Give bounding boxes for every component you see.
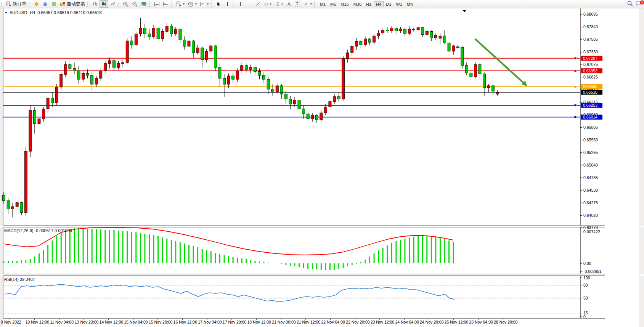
toolbar-grip[interactable]	[1, 2, 3, 7]
candle-body	[443, 36, 446, 43]
time-label: 21 Nov 00:00	[272, 320, 296, 324]
add-indicator-button[interactable]: ▾	[174, 0, 186, 8]
vertical-line-icon	[238, 1, 243, 7]
time-label: 11 Nov 04:00	[50, 320, 74, 324]
price-tick-label: 0.67840	[583, 24, 598, 29]
candle-body	[346, 53, 349, 59]
rsi-tick-label: 0	[583, 314, 586, 319]
candle-body	[3, 195, 5, 200]
notifications-button[interactable]: 1	[636, 0, 642, 8]
signals-button[interactable]	[50, 0, 58, 8]
candle-body	[430, 32, 433, 38]
toolbar-grip[interactable]	[118, 2, 120, 7]
candle-body	[11, 207, 14, 209]
price-tick-label: 0.67330	[583, 50, 598, 54]
candle-body	[311, 115, 314, 119]
panel-splitter[interactable]	[0, 226, 644, 227]
chevron-down-icon[interactable]: ▼	[5, 11, 8, 14]
fibonacci-tool[interactable]: F	[274, 0, 285, 8]
indicator-window-button[interactable]	[153, 0, 161, 8]
price-tick-label: 0.67075	[583, 62, 598, 67]
time-label: 28 Nov 04:00	[469, 320, 493, 324]
periods-button[interactable]: ▾	[186, 0, 198, 8]
toolbar-grip[interactable]	[314, 2, 316, 7]
line-chart-button[interactable]	[108, 0, 117, 8]
arrows-tool[interactable]: ▾	[302, 0, 313, 8]
candle-body	[337, 96, 340, 99]
toolbar-grip[interactable]	[211, 2, 213, 7]
price-tick-label: 0.65550	[583, 138, 598, 142]
timeframe-MN[interactable]: MN	[405, 1, 416, 7]
line-handle-0.67207[interactable]	[574, 57, 577, 59]
candle-body	[377, 33, 380, 36]
candle-body	[188, 41, 190, 46]
indicator-window-alt-button[interactable]	[161, 0, 170, 8]
candle-body	[38, 119, 40, 124]
charts-button[interactable]	[32, 0, 41, 8]
candle-body	[390, 28, 393, 31]
timeframe-M15[interactable]: M15	[338, 1, 351, 7]
time-label: 24 Nov 20:00	[420, 320, 444, 324]
horizontal-line-tool[interactable]	[245, 0, 254, 8]
line-handle-0.66014[interactable]	[574, 116, 577, 118]
timeframe-M30[interactable]: M30	[351, 1, 364, 7]
zoom-in-button[interactable]	[121, 0, 130, 8]
candle-body	[315, 115, 318, 120]
label-tool[interactable]: T	[293, 0, 302, 8]
channel-tool[interactable]: E	[262, 0, 274, 8]
horizontal-line-icon	[246, 1, 252, 7]
macd-tick-label: 0.007422	[583, 229, 600, 234]
candle-body	[324, 107, 327, 113]
price-tick-label: 0.65040	[583, 163, 598, 167]
trendline-icon	[255, 1, 261, 7]
trendline-tool[interactable]	[254, 0, 262, 8]
candle-body	[241, 66, 243, 71]
price-tick-label: 0.68095	[583, 12, 598, 16]
candle-body	[33, 111, 36, 124]
rsi-tick-label: 100	[583, 276, 590, 280]
timeframe-D1[interactable]: D1	[384, 1, 393, 7]
bar-chart-button[interactable]	[91, 0, 100, 8]
price-tag-label: 0.66253	[583, 103, 597, 107]
candle-body	[122, 63, 124, 64]
time-label: 21 Nov 12:00	[297, 320, 321, 324]
tile-windows-button[interactable]	[140, 0, 148, 8]
text-tool[interactable]: A	[285, 0, 293, 8]
auto-trading-button[interactable]: 自动交易	[58, 0, 87, 8]
search-icon[interactable]	[627, 0, 633, 8]
price-tick-label: 0.65295	[583, 150, 598, 155]
crosshair-button[interactable]	[223, 0, 232, 8]
toolbar-grip[interactable]	[171, 2, 173, 7]
clock-icon	[188, 1, 194, 7]
panel-splitter[interactable]	[0, 274, 644, 276]
toolbar-grip[interactable]	[149, 2, 151, 7]
timeframe-H1[interactable]: H1	[364, 1, 374, 7]
candle-body	[249, 67, 252, 69]
line-handle-0.66953[interactable]	[574, 70, 577, 72]
candle-body	[157, 28, 159, 39]
candlestick-chart-button[interactable]	[100, 0, 108, 8]
timeframe-W1[interactable]: W1	[393, 1, 405, 7]
timeframe-M5[interactable]: M5	[328, 1, 338, 7]
dropdown-caret-icon: ▾	[310, 2, 312, 6]
cursor-button[interactable]	[214, 0, 223, 8]
timeframe-H4[interactable]: H4	[374, 1, 384, 7]
candle-body	[355, 41, 358, 46]
candlestick-chart-icon	[101, 1, 107, 7]
toolbar-grip[interactable]	[29, 2, 31, 7]
candle-body	[73, 69, 75, 71]
templates-button[interactable]: ▾	[198, 0, 210, 8]
timeframe-M1[interactable]: M1	[318, 1, 328, 7]
profiles-button[interactable]	[41, 0, 50, 8]
zoom-out-button[interactable]	[130, 0, 140, 8]
toolbar-grip[interactable]	[87, 2, 90, 7]
time-label: 23 Nov 12:00	[371, 320, 395, 324]
line-handle-0.66253[interactable]	[574, 104, 577, 106]
chart-canvas[interactable]: 0.680950.678400.675850.673300.670750.668…	[0, 0, 644, 327]
line-handle-0.66630[interactable]	[574, 86, 577, 88]
toolbar-grip[interactable]	[233, 2, 235, 7]
price-tag-label: 0.66014	[583, 115, 597, 119]
new-order-button[interactable]: 新订单	[4, 0, 28, 8]
vertical-line-tool[interactable]	[236, 0, 245, 8]
price-tag-label: 0.66518	[583, 90, 597, 95]
